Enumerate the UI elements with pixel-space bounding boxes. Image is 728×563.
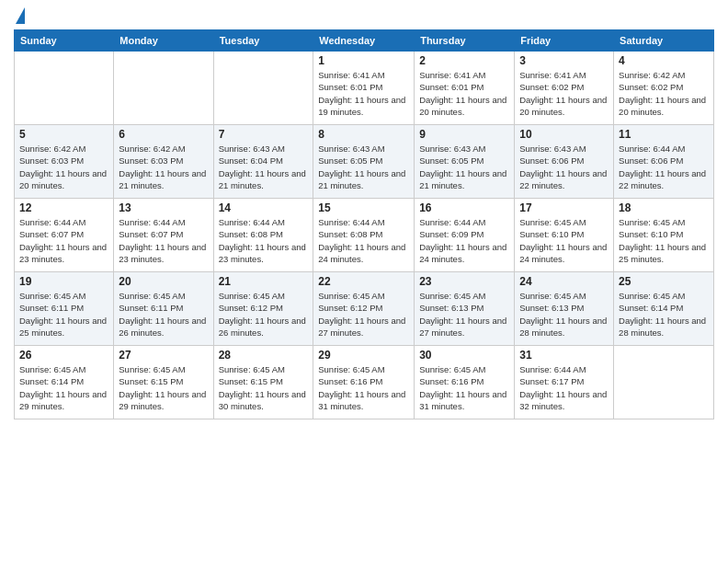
weekday-header-monday: Monday [114,30,213,52]
calendar-cell: 23Sunrise: 6:45 AMSunset: 6:13 PMDayligh… [415,272,515,346]
calendar-cell: 12Sunrise: 6:44 AMSunset: 6:07 PMDayligh… [15,199,114,272]
calendar-week-row: 19Sunrise: 6:45 AMSunset: 6:11 PMDayligh… [15,272,714,346]
day-number: 25 [619,275,709,288]
calendar-cell [15,52,114,125]
calendar-cell: 4Sunrise: 6:42 AMSunset: 6:02 PMDaylight… [614,52,714,125]
day-number: 7 [219,128,309,141]
calendar-cell: 22Sunrise: 6:45 AMSunset: 6:12 PMDayligh… [313,272,415,346]
calendar-cell [114,52,213,125]
calendar-cell: 11Sunrise: 6:44 AMSunset: 6:06 PMDayligh… [614,125,714,199]
day-number: 27 [119,349,208,362]
day-number: 20 [119,275,208,288]
calendar-cell: 29Sunrise: 6:45 AMSunset: 6:16 PMDayligh… [313,346,415,419]
day-info: Sunrise: 6:45 AMSunset: 6:13 PMDaylight:… [419,290,509,339]
day-info: Sunrise: 6:41 AMSunset: 6:01 PMDaylight:… [318,69,409,118]
weekday-header-saturday: Saturday [614,30,714,52]
logo-triangle-icon [16,7,25,24]
calendar-cell: 20Sunrise: 6:45 AMSunset: 6:11 PMDayligh… [114,272,213,346]
day-number: 22 [318,275,409,288]
calendar-cell: 21Sunrise: 6:45 AMSunset: 6:12 PMDayligh… [213,272,313,346]
day-info: Sunrise: 6:44 AMSunset: 6:08 PMDaylight:… [318,216,409,265]
day-number: 4 [619,54,709,67]
day-info: Sunrise: 6:43 AMSunset: 6:05 PMDaylight:… [419,143,509,191]
calendar-cell: 2Sunrise: 6:41 AMSunset: 6:01 PMDaylight… [415,52,515,125]
calendar-cell: 30Sunrise: 6:45 AMSunset: 6:16 PMDayligh… [415,346,515,419]
day-number: 6 [119,128,208,141]
day-number: 1 [318,54,409,67]
day-info: Sunrise: 6:42 AMSunset: 6:02 PMDaylight:… [619,69,709,118]
calendar-cell: 28Sunrise: 6:45 AMSunset: 6:15 PMDayligh… [213,346,313,419]
calendar-cell: 13Sunrise: 6:44 AMSunset: 6:07 PMDayligh… [114,199,213,272]
logo [14,9,25,24]
day-info: Sunrise: 6:41 AMSunset: 6:02 PMDaylight:… [519,69,609,118]
day-info: Sunrise: 6:45 AMSunset: 6:10 PMDaylight:… [519,216,609,265]
calendar-cell: 26Sunrise: 6:45 AMSunset: 6:14 PMDayligh… [15,346,114,419]
weekday-header-wednesday: Wednesday [313,30,415,52]
day-info: Sunrise: 6:43 AMSunset: 6:04 PMDaylight:… [219,143,309,191]
calendar-cell: 27Sunrise: 6:45 AMSunset: 6:15 PMDayligh… [114,346,213,419]
calendar-cell: 31Sunrise: 6:44 AMSunset: 6:17 PMDayligh… [515,346,614,419]
day-info: Sunrise: 6:43 AMSunset: 6:05 PMDaylight:… [318,143,409,191]
calendar-cell: 25Sunrise: 6:45 AMSunset: 6:14 PMDayligh… [614,272,714,346]
day-number: 26 [19,349,108,362]
calendar-cell: 5Sunrise: 6:42 AMSunset: 6:03 PMDaylight… [15,125,114,199]
day-number: 2 [419,54,509,67]
page: SundayMondayTuesdayWednesdayThursdayFrid… [0,0,728,563]
day-number: 28 [219,349,309,362]
day-info: Sunrise: 6:45 AMSunset: 6:11 PMDaylight:… [119,290,208,339]
day-number: 15 [318,201,409,214]
day-info: Sunrise: 6:45 AMSunset: 6:11 PMDaylight:… [19,290,108,339]
calendar-week-row: 26Sunrise: 6:45 AMSunset: 6:14 PMDayligh… [15,346,714,419]
day-number: 9 [419,128,509,141]
day-info: Sunrise: 6:44 AMSunset: 6:07 PMDaylight:… [119,216,208,265]
day-info: Sunrise: 6:44 AMSunset: 6:08 PMDaylight:… [219,216,309,265]
day-info: Sunrise: 6:41 AMSunset: 6:01 PMDaylight:… [419,69,509,118]
weekday-header-sunday: Sunday [15,30,114,52]
day-info: Sunrise: 6:43 AMSunset: 6:06 PMDaylight:… [519,143,609,191]
day-info: Sunrise: 6:45 AMSunset: 6:13 PMDaylight:… [519,290,609,339]
day-info: Sunrise: 6:44 AMSunset: 6:06 PMDaylight:… [619,143,709,191]
day-info: Sunrise: 6:45 AMSunset: 6:15 PMDaylight:… [219,363,309,412]
calendar-cell: 1Sunrise: 6:41 AMSunset: 6:01 PMDaylight… [313,52,415,125]
calendar-table: SundayMondayTuesdayWednesdayThursdayFrid… [14,29,714,419]
calendar-cell: 19Sunrise: 6:45 AMSunset: 6:11 PMDayligh… [15,272,114,346]
day-number: 29 [318,349,409,362]
weekday-header-friday: Friday [515,30,614,52]
calendar-cell: 7Sunrise: 6:43 AMSunset: 6:04 PMDaylight… [213,125,313,199]
day-number: 3 [519,54,609,67]
day-info: Sunrise: 6:45 AMSunset: 6:14 PMDaylight:… [619,290,709,339]
calendar-cell: 15Sunrise: 6:44 AMSunset: 6:08 PMDayligh… [313,199,415,272]
calendar-cell: 10Sunrise: 6:43 AMSunset: 6:06 PMDayligh… [515,125,614,199]
day-info: Sunrise: 6:44 AMSunset: 6:09 PMDaylight:… [419,216,509,265]
day-number: 24 [519,275,609,288]
calendar-cell: 18Sunrise: 6:45 AMSunset: 6:10 PMDayligh… [614,199,714,272]
day-info: Sunrise: 6:42 AMSunset: 6:03 PMDaylight:… [19,143,108,191]
day-number: 23 [419,275,509,288]
day-info: Sunrise: 6:45 AMSunset: 6:16 PMDaylight:… [419,363,509,412]
calendar-week-row: 12Sunrise: 6:44 AMSunset: 6:07 PMDayligh… [15,199,714,272]
calendar-cell: 6Sunrise: 6:42 AMSunset: 6:03 PMDaylight… [114,125,213,199]
day-info: Sunrise: 6:44 AMSunset: 6:17 PMDaylight:… [519,363,609,412]
day-info: Sunrise: 6:45 AMSunset: 6:12 PMDaylight:… [318,290,409,339]
weekday-header-thursday: Thursday [415,30,515,52]
day-number: 17 [519,201,609,214]
calendar-cell: 17Sunrise: 6:45 AMSunset: 6:10 PMDayligh… [515,199,614,272]
day-info: Sunrise: 6:42 AMSunset: 6:03 PMDaylight:… [119,143,208,191]
weekday-header-tuesday: Tuesday [213,30,313,52]
day-number: 13 [119,201,208,214]
calendar-cell: 8Sunrise: 6:43 AMSunset: 6:05 PMDaylight… [313,125,415,199]
day-number: 5 [19,128,108,141]
calendar-cell: 16Sunrise: 6:44 AMSunset: 6:09 PMDayligh… [415,199,515,272]
day-number: 14 [219,201,309,214]
calendar-cell: 3Sunrise: 6:41 AMSunset: 6:02 PMDaylight… [515,52,614,125]
day-number: 10 [519,128,609,141]
calendar-header-row: SundayMondayTuesdayWednesdayThursdayFrid… [15,30,714,52]
day-info: Sunrise: 6:45 AMSunset: 6:15 PMDaylight:… [119,363,208,412]
calendar-cell [213,52,313,125]
calendar-cell: 14Sunrise: 6:44 AMSunset: 6:08 PMDayligh… [213,199,313,272]
day-number: 16 [419,201,509,214]
day-number: 30 [419,349,509,362]
day-info: Sunrise: 6:44 AMSunset: 6:07 PMDaylight:… [19,216,108,265]
day-info: Sunrise: 6:45 AMSunset: 6:14 PMDaylight:… [19,363,108,412]
calendar-week-row: 5Sunrise: 6:42 AMSunset: 6:03 PMDaylight… [15,125,714,199]
